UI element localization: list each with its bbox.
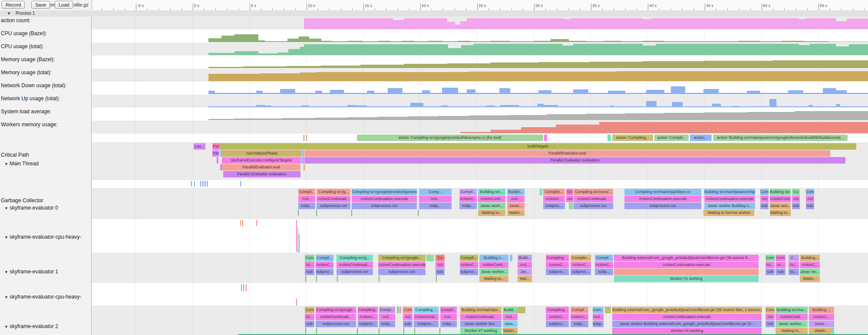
span[interactable]: Com [305,255,314,261]
span[interactable]: sub [403,321,413,327]
span[interactable]: Building src/main/jav... [460,307,502,313]
span[interactable]: Waiting to borrow worker [703,210,754,216]
span[interactable]: ActionC... [571,314,588,320]
span[interactable]: Act [792,196,800,202]
span[interactable]: Compiling src/g... [337,255,373,261]
span[interactable]: subp... [571,321,588,327]
span[interactable] [540,189,542,195]
span[interactable]: subp... [440,321,457,327]
span[interactable] [397,307,399,313]
span[interactable]: action 'Building src/main/java/com/googl… [713,135,848,141]
span[interactable]: subp... [379,321,395,327]
span[interactable]: Java... [503,321,518,327]
span[interactable]: Javac worker... [776,321,808,327]
span[interactable]: Com [403,307,413,313]
span[interactable]: ActionC... [546,314,569,320]
span[interactable] [357,328,358,334]
span[interactable]: Co [436,255,445,261]
span[interactable]: subprocess.run [378,269,426,275]
span[interactable]: Com [776,255,785,261]
span[interactable] [305,276,306,282]
track-label-skyframe-evaluator-cpu-heavy-[interactable]: ▼skyframe-evaluator-cpu-heavy- [1,294,81,300]
span[interactable]: Acti... [419,196,452,202]
span[interactable]: ParallelEvaluator.eval [304,150,830,157]
span[interactable] [316,276,317,282]
span[interactable]: Par [212,150,219,157]
span[interactable]: Javac work... [478,203,505,209]
span[interactable]: ActionContinuation.execute [704,196,755,202]
span[interactable]: Ac... [766,262,775,268]
span[interactable] [605,307,611,313]
span[interactable]: subp... [298,203,315,209]
toolbar-button-save[interactable]: Save [31,1,50,9]
span[interactable]: sub [305,269,314,275]
span[interactable] [306,135,307,141]
span[interactable]: Buildi... [503,307,518,313]
span[interactable]: subproc... [546,321,569,327]
span[interactable]: Ac... [776,262,785,268]
span[interactable]: Act [403,314,413,320]
span[interactable]: Ac... [789,262,799,268]
span[interactable]: Javac worker Building s... [704,203,755,209]
span[interactable] [304,164,305,171]
span[interactable] [298,210,299,216]
span[interactable]: Waiting to... [776,328,808,334]
span[interactable] [301,157,304,164]
span[interactable]: ActionContinuation.execute [612,314,762,320]
span[interactable]: subproc... [358,321,378,327]
span[interactable]: Worker #1 working [614,276,759,282]
track-label-garbage-collector[interactable]: Garbage Collector [1,197,43,204]
span[interactable]: ActionConti... [776,314,808,320]
span[interactable]: Com... [593,307,604,313]
span[interactable]: Waitin... [809,328,834,334]
span[interactable]: Acti... [503,314,518,320]
span[interactable] [510,255,512,261]
span[interactable] [607,135,611,141]
span[interactable]: ParallelEvaluator.eval [222,164,300,171]
span[interactable]: sub [776,269,785,275]
span[interactable]: Building s... [479,255,508,261]
span[interactable]: Compiling ... [546,255,569,261]
span[interactable]: subproc... [571,269,591,275]
span[interactable]: Javac ... [809,321,834,327]
span[interactable]: ActionC... [459,196,477,202]
span[interactable]: subprocess.run [337,269,373,275]
span[interactable] [403,328,404,334]
span[interactable]: action... [690,135,712,141]
span[interactable]: sub [436,269,445,275]
span[interactable]: Wai... [518,276,532,282]
span[interactable]: Ac... [305,262,314,268]
span[interactable]: sub [792,203,800,209]
span[interactable]: Ac... [305,314,314,320]
span[interactable] [426,255,434,261]
span[interactable] [351,210,352,216]
span[interactable]: Javac wo... [800,269,820,275]
span[interactable] [337,276,338,282]
span[interactable] [418,210,419,216]
span[interactable] [399,307,401,313]
span[interactable] [414,328,415,334]
span[interactable]: Compiling src/google/protobuf/generat... [352,189,417,195]
span[interactable]: subprocess.run [624,203,701,209]
span[interactable]: Act [566,196,573,202]
span[interactable] [379,328,380,334]
span[interactable]: action 'Compiling... [612,135,653,141]
span[interactable] [316,210,317,216]
span[interactable] [614,269,759,275]
track-label-skyframe-evaluator-2[interactable]: ▼skyframe-evaluator 2 [1,323,58,329]
span[interactable]: Acti... [379,314,395,320]
span[interactable] [217,157,218,164]
span[interactable]: Act [766,314,775,320]
span[interactable]: Co [566,189,573,195]
span[interactable]: sub [806,203,814,209]
span[interactable]: ActionContinuation.execute [624,196,701,202]
span[interactable]: Acti... [518,262,532,268]
span[interactable]: Building external/com_google_protobuf/ja… [612,307,762,313]
span[interactable]: ActionC... [316,262,333,268]
span[interactable]: Worker #7 working [460,328,502,334]
span[interactable] [379,276,380,282]
span[interactable]: Building src... [478,189,505,195]
span[interactable]: Act [436,262,445,268]
span[interactable]: Building src/main/java/com/go... [704,189,755,195]
span[interactable]: Acti... [298,196,315,202]
